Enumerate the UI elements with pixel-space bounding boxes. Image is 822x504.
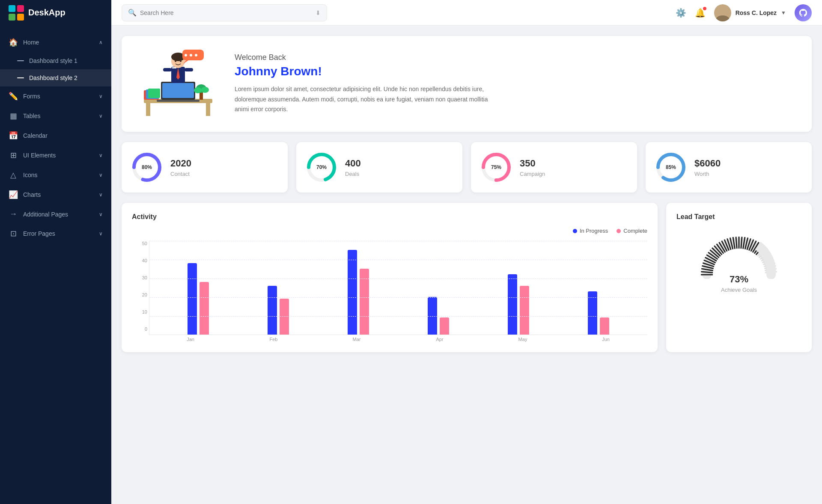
svg-rect-26 bbox=[163, 68, 172, 71]
sidebar-label-error: Error Pages bbox=[23, 230, 94, 237]
sidebar-label-dashboard1: Dashboard style 1 bbox=[29, 57, 103, 64]
charts-icon: 📈 bbox=[9, 190, 18, 199]
stat-value-campaign: 350 bbox=[520, 158, 545, 169]
welcome-description: Lorem ipsum dolor sit amet, consectetur … bbox=[235, 84, 500, 115]
tables-icon: ▦ bbox=[9, 111, 18, 121]
activity-chart-card: Activity In Progress Complete 5040302010… bbox=[122, 203, 658, 352]
svg-rect-11 bbox=[157, 100, 200, 102]
search-input[interactable] bbox=[140, 9, 312, 16]
donut-deals: 70% bbox=[307, 152, 337, 182]
bar-complete bbox=[280, 299, 289, 335]
sidebar-item-forms[interactable]: ✏️ Forms ∨ bbox=[0, 86, 111, 106]
stat-value-deals: 400 bbox=[345, 158, 361, 169]
bar-group bbox=[318, 241, 398, 335]
download-icon: ⬇ bbox=[316, 9, 321, 16]
bar-group bbox=[559, 241, 639, 335]
bar-group bbox=[158, 241, 238, 335]
user-menu[interactable]: Ross C. Lopez ▼ bbox=[714, 4, 786, 21]
x-label: Feb bbox=[232, 337, 315, 342]
welcome-text: Welcome Back Johnny Brown! Lorem ipsum d… bbox=[235, 53, 500, 115]
user-avatar bbox=[714, 4, 731, 21]
svg-rect-3 bbox=[17, 14, 24, 21]
stat-label-contact: Contact bbox=[170, 171, 191, 177]
settings-icon[interactable]: ⚙️ bbox=[676, 8, 686, 18]
x-label: Mar bbox=[315, 337, 398, 342]
donut-worth: 85% bbox=[656, 152, 686, 182]
chevron-icon-error: ∨ bbox=[99, 231, 103, 237]
app-header: DeskApp 🔍 ⬇ ⚙️ 🔔 Ross C. Lopez ▼ bbox=[0, 0, 822, 26]
sidebar-item-dashboard1[interactable]: Dashboard style 1 bbox=[0, 52, 111, 69]
sidebar-item-home[interactable]: 🏠 Home ∧ bbox=[0, 33, 111, 52]
donut-label-campaign: 75% bbox=[491, 164, 501, 170]
bar-complete bbox=[440, 317, 449, 335]
sidebar-item-icons[interactable]: △ Icons ∨ bbox=[0, 165, 111, 185]
app-name: DeskApp bbox=[28, 8, 66, 18]
svg-rect-7 bbox=[146, 103, 150, 116]
main-content: Welcome Back Johnny Brown! Lorem ipsum d… bbox=[111, 26, 822, 504]
sidebar-label-additional: Additional Pages bbox=[23, 211, 94, 218]
stat-info-worth: $6060 Worth bbox=[694, 158, 721, 177]
svg-point-29 bbox=[185, 54, 187, 56]
stat-card-deals: 70% 400 Deals bbox=[296, 142, 462, 193]
in-progress-dot bbox=[573, 229, 577, 233]
stat-label-campaign: Campaign bbox=[520, 171, 545, 177]
search-bar[interactable]: 🔍 ⬇ bbox=[122, 4, 327, 21]
x-label: Apr bbox=[398, 337, 481, 342]
chevron-down-icon: ▼ bbox=[781, 10, 786, 16]
sidebar-label-forms: Forms bbox=[23, 93, 94, 100]
chevron-icon-forms: ∨ bbox=[99, 93, 103, 99]
sidebar-item-additional[interactable]: → Additional Pages ∨ bbox=[0, 205, 111, 224]
gauge-percent: 73% bbox=[721, 274, 757, 285]
bar-in-progress bbox=[508, 274, 517, 335]
main-layout: 🏠 Home ∧ Dashboard style 1 Dashboard sty… bbox=[0, 26, 822, 504]
stat-label-deals: Deals bbox=[345, 171, 361, 177]
user-name: Ross C. Lopez bbox=[736, 9, 777, 16]
svg-point-5 bbox=[716, 15, 730, 21]
sidebar-item-ui-elements[interactable]: ⊞ UI Elements ∨ bbox=[0, 145, 111, 165]
chevron-icon-charts: ∨ bbox=[99, 192, 103, 198]
legend-complete: Complete bbox=[616, 228, 647, 234]
svg-point-4 bbox=[719, 7, 727, 15]
svg-rect-2 bbox=[9, 14, 15, 21]
home-icon: 🏠 bbox=[9, 38, 18, 47]
chevron-icon-tables: ∨ bbox=[99, 113, 103, 119]
svg-point-25 bbox=[180, 60, 182, 62]
github-icon[interactable] bbox=[795, 4, 812, 21]
gauge-wrap: 73% Achieve Goals bbox=[676, 228, 801, 293]
forms-icon: ✏️ bbox=[9, 92, 18, 101]
sidebar-label-icons: Icons bbox=[23, 172, 94, 178]
stat-card-campaign: 75% 350 Campaign bbox=[471, 142, 637, 193]
stat-card-contact: 80% 2020 Contact bbox=[122, 142, 288, 193]
sidebar-item-error[interactable]: ⊡ Error Pages ∨ bbox=[0, 224, 111, 243]
sidebar-item-charts[interactable]: 📈 Charts ∨ bbox=[0, 185, 111, 205]
stat-info-contact: 2020 Contact bbox=[170, 158, 191, 177]
bar-complete bbox=[360, 269, 369, 335]
sidebar-item-calendar[interactable]: 📅 Calendar bbox=[0, 126, 111, 145]
dash-icon-1 bbox=[17, 60, 24, 61]
chart-area: 50403020100JanFebMarAprMayJun bbox=[132, 241, 647, 342]
sidebar-label-ui: UI Elements bbox=[23, 152, 94, 159]
svg-point-31 bbox=[195, 54, 197, 56]
calendar-icon: 📅 bbox=[9, 131, 18, 140]
welcome-name: Johnny Brown! bbox=[235, 65, 500, 78]
donut-contact: 80% bbox=[132, 152, 162, 182]
x-label: Jan bbox=[149, 337, 232, 342]
ui-icon: ⊞ bbox=[9, 151, 18, 160]
svg-rect-10 bbox=[162, 83, 194, 98]
x-label: Jun bbox=[564, 337, 647, 342]
bar-complete bbox=[200, 282, 209, 335]
bar-complete bbox=[520, 286, 529, 335]
sidebar: 🏠 Home ∧ Dashboard style 1 Dashboard sty… bbox=[0, 26, 111, 504]
sidebar-item-dashboard2[interactable]: Dashboard style 2 bbox=[0, 69, 111, 86]
svg-rect-0 bbox=[9, 5, 15, 12]
svg-rect-14 bbox=[148, 89, 160, 98]
sidebar-item-tables[interactable]: ▦ Tables ∨ bbox=[0, 106, 111, 126]
legend-in-progress: In Progress bbox=[573, 228, 608, 234]
chevron-icon-icons: ∨ bbox=[99, 172, 103, 178]
donut-label-worth: 85% bbox=[666, 164, 676, 170]
notification-wrap[interactable]: 🔔 bbox=[695, 8, 706, 18]
bar-group bbox=[238, 241, 318, 335]
lead-target-card: Lead Target bbox=[666, 203, 812, 352]
lead-target-title: Lead Target bbox=[676, 213, 801, 221]
svg-rect-8 bbox=[206, 103, 210, 116]
